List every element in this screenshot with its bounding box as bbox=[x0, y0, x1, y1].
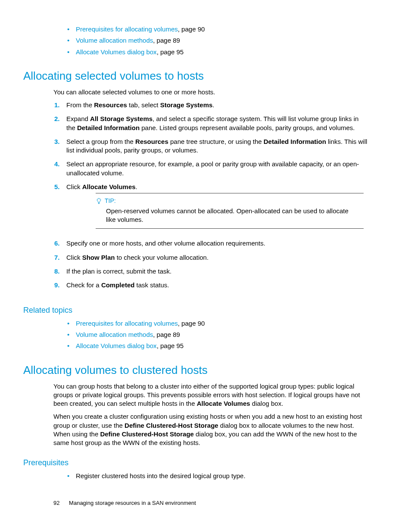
paragraph: When you create a cluster configuration … bbox=[53, 412, 368, 447]
ui-term: Resources bbox=[135, 138, 168, 145]
page-ref: , page 89 bbox=[153, 37, 180, 44]
step-text: Specify one or more hosts, and other vol… bbox=[66, 240, 265, 247]
step-text: Click bbox=[66, 183, 82, 190]
ui-term: Storage Systems bbox=[160, 101, 213, 109]
related-topics-list: Prerequisites for allocating volumes, pa… bbox=[23, 319, 368, 353]
step-text: Check for a bbox=[66, 281, 101, 289]
page-footer: 92 Managing storage resources in a SAN e… bbox=[53, 499, 196, 507]
ui-term: Show Plan bbox=[82, 254, 115, 261]
link-volume-allocation-methods[interactable]: Volume allocation methods bbox=[76, 331, 153, 338]
step-text: to check your volume allocation. bbox=[115, 254, 209, 261]
procedure-steps: From the Resources tab, select Storage S… bbox=[23, 101, 368, 295]
page-ref: , page 90 bbox=[178, 25, 205, 33]
step-1: From the Resources tab, select Storage S… bbox=[53, 101, 368, 115]
ui-term: Allocate Volumes bbox=[197, 400, 250, 407]
ui-term: Resources bbox=[94, 101, 127, 109]
step-text: Select an appropriate resource, for exam… bbox=[66, 160, 359, 176]
step-7: Click Show Plan to check your volume all… bbox=[53, 253, 368, 267]
lightbulb-icon bbox=[96, 198, 102, 204]
ui-term: Define Clustered-Host Storage bbox=[100, 430, 194, 438]
footer-title: Managing storage resources in a SAN envi… bbox=[69, 500, 196, 506]
step-text: If the plan is correct, submit the task. bbox=[66, 268, 171, 275]
page-ref: , page 95 bbox=[157, 48, 184, 56]
step-4: Select an appropriate resource, for exam… bbox=[53, 160, 368, 183]
list-item: Allocate Volumes dialog box, page 95 bbox=[65, 48, 368, 59]
step-2: Expand All Storage Systems, and select a… bbox=[53, 115, 368, 137]
tip-callout: TIP: Open-reserved volumes cannot be all… bbox=[96, 193, 364, 229]
related-topics-list-top: Prerequisites for allocating volumes, pa… bbox=[23, 25, 368, 59]
ui-term: Detailed Information bbox=[264, 138, 326, 145]
tip-label: TIP: bbox=[105, 197, 116, 205]
list-item: Prerequisites for allocating volumes, pa… bbox=[65, 319, 368, 330]
step-text: tab, select bbox=[127, 101, 160, 109]
step-text: . bbox=[212, 101, 214, 109]
heading-allocating-clustered-hosts: Allocating volumes to clustered hosts bbox=[23, 363, 368, 378]
text: Register clustered hosts into the desire… bbox=[76, 472, 246, 479]
step-text: . bbox=[136, 183, 137, 190]
list-item: Volume allocation methods, page 89 bbox=[65, 330, 368, 342]
intro-paragraph: You can allocate selected volumes to one… bbox=[53, 88, 368, 96]
ui-term: Define Clustered-Host Storage bbox=[125, 422, 218, 429]
ui-term: Completed bbox=[101, 281, 135, 289]
tip-body: Open-reserved volumes cannot be allocate… bbox=[106, 207, 358, 224]
step-text: task status. bbox=[134, 281, 169, 289]
ui-term: Detailed Information bbox=[77, 124, 140, 131]
step-8: If the plan is correct, submit the task. bbox=[53, 267, 368, 281]
step-text: pane. Listed groups represent available … bbox=[140, 124, 355, 131]
step-5: Click Allocate Volumes. TIP: Open-reserv… bbox=[53, 183, 368, 240]
page-number: 92 bbox=[53, 500, 59, 506]
paragraph: You can group hosts that belong to a clu… bbox=[53, 382, 368, 408]
heading-prerequisites: Prerequisites bbox=[23, 457, 368, 468]
document-page: Prerequisites for allocating volumes, pa… bbox=[0, 0, 411, 532]
ui-term: All Storage Systems bbox=[90, 115, 153, 122]
prerequisites-list: Register clustered hosts into the desire… bbox=[23, 472, 368, 483]
step-text: Click bbox=[66, 254, 82, 261]
link-allocate-volumes-dialog[interactable]: Allocate Volumes dialog box bbox=[76, 48, 157, 56]
link-prerequisites[interactable]: Prerequisites for allocating volumes bbox=[76, 320, 178, 327]
text: dialog box. bbox=[250, 400, 283, 407]
step-9: Check for a Completed task status. bbox=[53, 281, 368, 295]
tip-header: TIP: bbox=[96, 197, 358, 205]
page-ref: , page 90 bbox=[178, 320, 205, 327]
page-ref: , page 95 bbox=[157, 342, 184, 349]
list-item: Allocate Volumes dialog box, page 95 bbox=[65, 342, 368, 353]
link-prerequisites[interactable]: Prerequisites for allocating volumes bbox=[76, 25, 178, 33]
ui-term: Allocate Volumes bbox=[82, 183, 136, 190]
step-text: From the bbox=[66, 101, 94, 109]
link-volume-allocation-methods[interactable]: Volume allocation methods bbox=[76, 37, 153, 44]
page-ref: , page 89 bbox=[153, 331, 180, 338]
step-text: pane tree structure, or using the bbox=[168, 138, 264, 145]
link-allocate-volumes-dialog[interactable]: Allocate Volumes dialog box bbox=[76, 342, 157, 349]
list-item: Register clustered hosts into the desire… bbox=[65, 472, 368, 483]
step-6: Specify one or more hosts, and other vol… bbox=[53, 239, 368, 253]
list-item: Volume allocation methods, page 89 bbox=[65, 36, 368, 47]
heading-allocating-selected-volumes: Allocating selected volumes to hosts bbox=[23, 68, 368, 84]
step-3: Select a group from the Resources pane t… bbox=[53, 137, 368, 160]
step-text: Expand bbox=[66, 115, 90, 122]
heading-related-topics: Related topics bbox=[23, 305, 368, 315]
list-item: Prerequisites for allocating volumes, pa… bbox=[65, 25, 368, 36]
step-text: Select a group from the bbox=[66, 138, 135, 145]
